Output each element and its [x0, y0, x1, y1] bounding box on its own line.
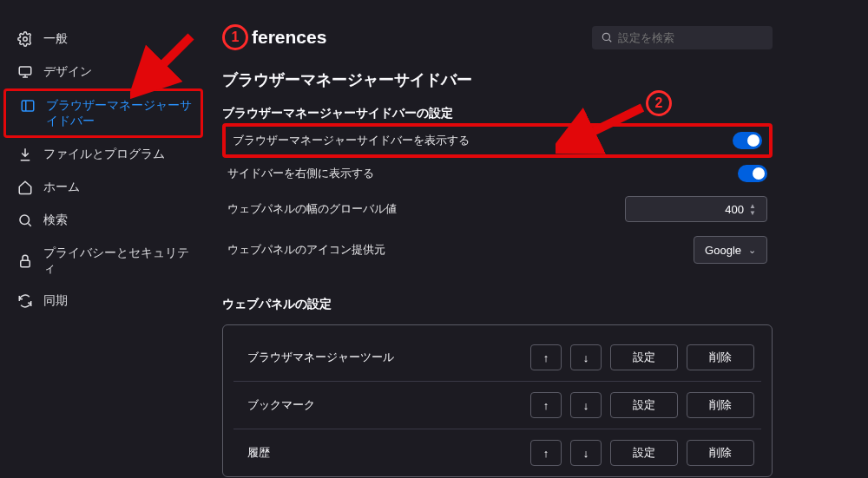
setting-row-panel-width: ウェブパネルの幅のグローバル値 400 ▲▼	[222, 189, 773, 229]
sidebar-item-label: プライバシーとセキュリティ	[43, 246, 194, 276]
delete-button[interactable]: 削除	[687, 440, 754, 466]
move-down-button[interactable]: ↓	[570, 344, 602, 370]
move-down-button[interactable]: ↓	[570, 440, 602, 466]
sync-icon	[17, 293, 33, 309]
sidebar-item-design[interactable]: デザイン	[0, 56, 207, 88]
settings-button[interactable]: 設定	[610, 392, 678, 418]
webpanel-name: ブックマーク	[240, 397, 522, 413]
chevron-down-icon: ⌄	[748, 245, 756, 256]
search-icon	[17, 213, 33, 228]
settings-button[interactable]: 設定	[610, 344, 678, 370]
move-up-button[interactable]: ↑	[530, 440, 562, 466]
sidebar-item-label: 検索	[43, 213, 68, 228]
toggle-show-sidebar[interactable]	[733, 132, 762, 149]
sidebar-item-privacy[interactable]: プライバシーとセキュリティ	[0, 237, 207, 285]
sidebar-item-label: ホーム	[43, 180, 80, 195]
gear-icon	[17, 31, 33, 47]
setting-row-icon-provider: ウェブパネルのアイコン提供元 Google ⌄	[222, 229, 773, 271]
delete-button[interactable]: 削除	[687, 344, 754, 370]
svg-rect-4	[21, 260, 30, 267]
svg-rect-1	[19, 67, 31, 75]
preferences-sidebar: 一般 デザイン ブラウザーマネージャーサイドバー ファイルとプログラム ホーム	[0, 7, 207, 478]
move-down-button[interactable]: ↓	[570, 392, 602, 418]
toggle-right-side[interactable]	[738, 165, 767, 182]
settings-button[interactable]: 設定	[610, 440, 678, 466]
download-icon	[17, 147, 33, 162]
sidebar-item-label: ファイルとプログラム	[43, 147, 165, 162]
lock-icon	[17, 253, 33, 269]
sidebar-item-label: 同期	[43, 293, 68, 309]
webpanel-row: ブックマーク ↑ ↓ 設定 削除	[233, 382, 761, 429]
setting-label: ウェブパネルの幅のグローバル値	[227, 201, 397, 217]
move-up-button[interactable]: ↑	[530, 344, 562, 370]
window-titlebar	[0, 0, 868, 7]
setting-row-show-sidebar: ブラウザーマネージャーサイドバーを表示する	[222, 123, 773, 158]
setting-row-right-side: サイドバーを右側に表示する	[222, 158, 773, 189]
panel-width-value: 400	[725, 203, 744, 216]
spinner-icon[interactable]: ▲▼	[749, 200, 761, 219]
setting-label: ブラウザーマネージャーサイドバーを表示する	[233, 133, 470, 148]
sidebar-item-search[interactable]: 検索	[0, 204, 207, 237]
panel-width-input[interactable]: 400 ▲▼	[625, 196, 767, 222]
sidebar-item-files[interactable]: ファイルとプログラム	[0, 138, 207, 171]
sidebar-item-sync[interactable]: 同期	[0, 285, 207, 318]
svg-point-3	[20, 215, 30, 225]
search-settings-box[interactable]	[592, 26, 773, 49]
svg-point-0	[23, 37, 28, 42]
annotation-badge-2: 2	[646, 90, 672, 116]
home-icon	[17, 180, 33, 195]
svg-rect-2	[22, 101, 34, 111]
move-up-button[interactable]: ↑	[530, 392, 562, 418]
section-title: ブラウザーマネージャーサイドバー	[222, 69, 773, 90]
search-input[interactable]	[618, 31, 764, 44]
webpanel-settings-heading: ウェブパネルの設定	[222, 297, 773, 312]
preferences-content: 1 ferences ブラウザーマネージャーサイドバー ブラウザーマネージャーサ…	[207, 7, 868, 478]
setting-label: サイドバーを右側に表示する	[227, 166, 374, 181]
sidebar-item-label: 一般	[43, 31, 68, 47]
webpanel-name: 履歴	[240, 445, 522, 461]
svg-point-5	[602, 33, 609, 40]
webpanel-name: ブラウザマネージャーツール	[240, 350, 522, 365]
page-title: ferences	[252, 27, 326, 48]
monitor-icon	[17, 64, 33, 80]
webpanel-row: ブラウザマネージャーツール ↑ ↓ 設定 削除	[233, 334, 761, 382]
annotation-badge-1: 1	[222, 24, 248, 50]
sidebar-item-label: ブラウザーマネージャーサイドバー	[46, 98, 192, 128]
sidebar-item-general[interactable]: 一般	[0, 23, 207, 56]
select-value: Google	[705, 244, 741, 257]
delete-button[interactable]: 削除	[687, 392, 754, 418]
sidebar-icon	[20, 98, 36, 114]
sidebar-item-browser-manager-sidebar[interactable]: ブラウザーマネージャーサイドバー	[3, 88, 203, 138]
sidebar-item-home[interactable]: ホーム	[0, 171, 207, 204]
webpanel-list: ブラウザマネージャーツール ↑ ↓ 設定 削除 ブックマーク ↑ ↓ 設定 削除…	[222, 324, 773, 477]
search-icon	[601, 31, 613, 43]
setting-label: ウェブパネルのアイコン提供元	[227, 242, 385, 258]
webpanel-row: 履歴 ↑ ↓ 設定 削除	[233, 429, 761, 476]
icon-provider-select[interactable]: Google ⌄	[694, 236, 767, 264]
settings-subheading: ブラウザーマネージャーサイドバーの設定	[222, 106, 773, 121]
sidebar-item-label: デザイン	[43, 64, 92, 80]
